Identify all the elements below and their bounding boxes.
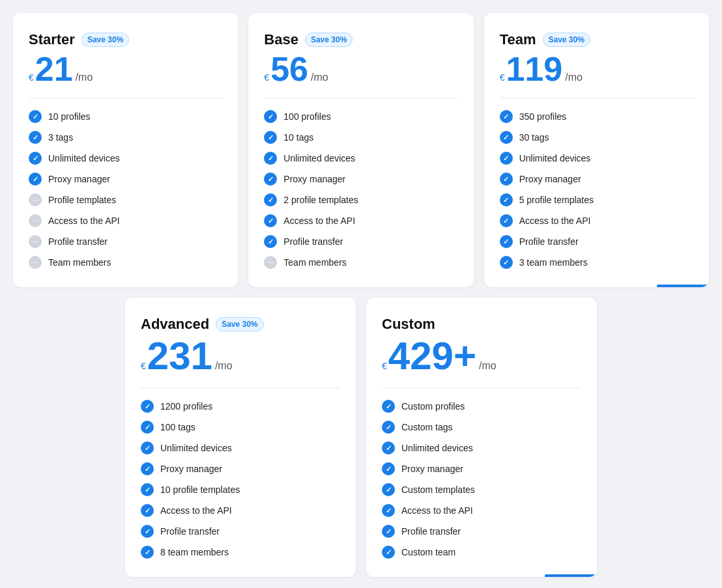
list-item: Proxy manager [141, 462, 340, 475]
list-item: Profile transfer [382, 525, 581, 538]
list-item: 3 team members [500, 256, 693, 269]
advanced-plan-card: Advanced Save 30% € 231 /mo 1200 profile… [125, 298, 356, 577]
list-item: 3 tags [29, 131, 222, 144]
list-item: 100 profiles [264, 110, 457, 123]
starter-price: 21 [35, 52, 73, 86]
list-item: 8 team members [141, 546, 340, 559]
custom-price: 429+ [388, 337, 476, 376]
team-period: /mo [565, 72, 583, 83]
list-item: Unlimited devices [500, 152, 693, 165]
check-icon [382, 400, 395, 413]
list-item: Proxy manager [29, 173, 222, 186]
list-item: Proxy manager [382, 462, 581, 475]
dash-icon [29, 193, 42, 206]
list-item: Team members [264, 256, 457, 269]
dash-icon [264, 256, 277, 269]
custom-plan-name: Custom [382, 316, 435, 333]
list-item: Access to the API [382, 504, 581, 517]
list-item: Unlimited devices [29, 152, 222, 165]
check-icon [500, 193, 513, 206]
custom-currency: € [382, 361, 387, 371]
check-icon [382, 441, 395, 455]
advanced-header: Advanced Save 30% [141, 316, 340, 333]
starter-plan-card: Starter Save 30% € 21 /mo 10 profiles 3 … [13, 13, 238, 287]
list-item: Access to the API [29, 214, 222, 227]
base-plan-card: Base Save 30% € 56 /mo 100 profiles 10 t… [248, 13, 473, 287]
check-icon [29, 131, 42, 144]
list-item: Access to the API [500, 214, 693, 227]
custom-price-row: € 429+ /mo [382, 337, 581, 376]
check-icon [141, 483, 154, 496]
team-save-badge: Save 30% [543, 33, 590, 47]
list-item: Access to the API [141, 504, 340, 517]
list-item: 1200 profiles [141, 400, 340, 413]
custom-features: Custom profiles Custom tags Unlimited de… [382, 400, 581, 559]
check-icon [500, 173, 513, 186]
list-item: Access to the API [264, 214, 457, 227]
list-item: Custom profiles [382, 400, 581, 413]
team-plan-card: Team Save 30% € 119 /mo 350 profiles 30 … [484, 13, 709, 287]
check-icon [141, 462, 154, 475]
check-icon [141, 441, 154, 455]
list-item: Unlimited devices [382, 441, 581, 455]
advanced-divider [141, 387, 340, 388]
team-currency: € [500, 72, 505, 83]
starter-features: 10 profiles 3 tags Unlimited devices Pro… [29, 110, 222, 269]
scroll-indicator [545, 574, 597, 577]
list-item: Proxy manager [500, 173, 693, 186]
starter-currency: € [29, 72, 34, 83]
check-icon [500, 152, 513, 165]
list-item: Custom tags [382, 421, 581, 434]
starter-plan-name: Starter [29, 31, 75, 48]
list-item: 10 tags [264, 131, 457, 144]
check-icon [500, 110, 513, 123]
check-icon [141, 504, 154, 517]
scroll-indicator [657, 285, 709, 287]
advanced-features: 1200 profiles 100 tags Unlimited devices… [141, 400, 340, 559]
custom-period: /mo [479, 360, 497, 372]
advanced-price: 231 [147, 337, 212, 376]
base-divider [264, 98, 457, 98]
base-price: 56 [270, 52, 308, 86]
check-icon [141, 421, 154, 434]
custom-plan-card: Custom € 429+ /mo Custom profiles Custom… [366, 298, 597, 577]
starter-price-row: € 21 /mo [29, 52, 222, 86]
starter-divider [29, 98, 222, 98]
advanced-plan-name: Advanced [141, 316, 209, 333]
check-icon [500, 235, 513, 248]
advanced-period: /mo [215, 360, 233, 372]
list-item: 5 profile templates [500, 193, 693, 206]
custom-divider [382, 387, 581, 388]
list-item: Profile transfer [264, 235, 457, 248]
list-item: Custom team [382, 546, 581, 559]
check-icon [141, 525, 154, 538]
check-icon [264, 110, 277, 123]
list-item: Profile templates [29, 193, 222, 206]
starter-header: Starter Save 30% [29, 31, 222, 48]
dash-icon [29, 256, 42, 269]
starter-period: /mo [76, 72, 93, 83]
check-icon [382, 525, 395, 538]
check-icon [141, 400, 154, 413]
list-item: 100 tags [141, 421, 340, 434]
list-item: 10 profiles [29, 110, 222, 123]
team-price-row: € 119 /mo [500, 52, 693, 86]
check-icon [264, 152, 277, 165]
team-divider [500, 98, 693, 98]
advanced-currency: € [141, 361, 146, 371]
dash-icon [29, 235, 42, 248]
check-icon [500, 214, 513, 227]
check-icon [382, 546, 395, 559]
check-icon [29, 152, 42, 165]
check-icon [29, 110, 42, 123]
check-icon [500, 131, 513, 144]
team-header: Team Save 30% [500, 31, 693, 48]
team-features: 350 profiles 30 tags Unlimited devices P… [500, 110, 693, 269]
list-item: Profile transfer [500, 235, 693, 248]
base-period: /mo [311, 72, 328, 83]
list-item: 350 profiles [500, 110, 693, 123]
list-item: Profile transfer [141, 525, 340, 538]
list-item: Unlimited devices [264, 152, 457, 165]
list-item: 2 profile templates [264, 193, 457, 206]
check-icon [382, 462, 395, 475]
